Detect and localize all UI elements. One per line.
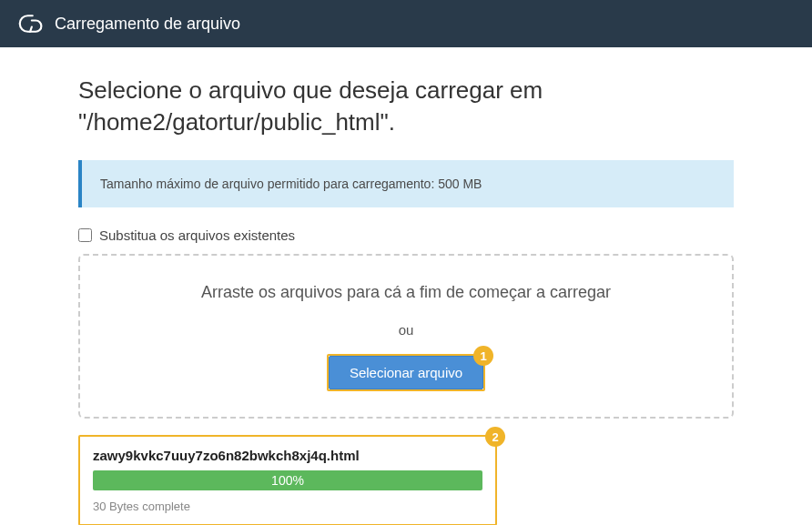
overwrite-label[interactable]: Substitua os arquivos existentes [99,227,295,243]
upload-progress-card: 2 zawy9kvkc7uuy7zo6n82bwkch8xj4q.html 10… [78,435,497,525]
max-size-info: Tamanho máximo de arquivo permitido para… [78,160,734,207]
dropzone-or-text: ou [98,322,714,338]
app-header: Carregamento de arquivo [0,0,812,47]
select-file-highlight: Selecionar arquivo 1 [327,354,485,391]
upload-filename: zawy9kvkc7uuy7zo6n82bwkch8xj4q.html [93,448,482,463]
cpanel-logo-icon [18,11,44,36]
file-dropzone[interactable]: Arraste os arquivos para cá a fim de com… [78,254,734,419]
page-heading: Selecione o arquivo que deseja carregar … [78,75,734,138]
page-title: Carregamento de arquivo [55,15,240,34]
overwrite-checkbox-row: Substitua os arquivos existentes [78,227,734,243]
annotation-badge-2: 2 [485,427,505,447]
select-file-button[interactable]: Selecionar arquivo [329,356,483,389]
annotation-badge-1: 1 [473,346,493,366]
dropzone-drag-text: Arraste os arquivos para cá a fim de com… [98,283,714,302]
upload-progress-bar: 100% [93,470,482,490]
overwrite-checkbox[interactable] [78,228,92,242]
main-content: Selecione o arquivo que deseja carregar … [60,47,752,525]
upload-status-text: 30 Bytes complete [93,500,482,513]
